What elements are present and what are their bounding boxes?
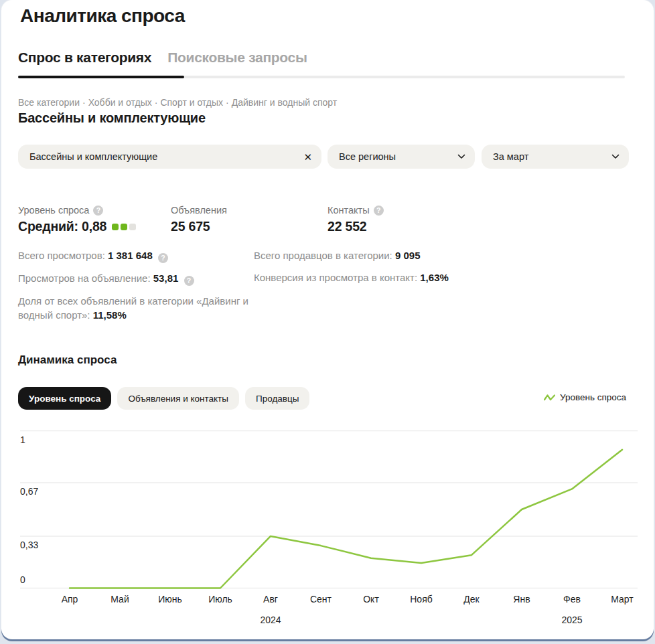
chart-heading: Динамика спроса [18,353,117,367]
detail-total-sellers: Всего продавцов в категории: 9 095 [254,248,636,262]
y-axis-tick: 0,67 [20,486,38,497]
y-axis-tick: 0,33 [20,540,38,550]
x-axis-tick: Июль [208,594,232,605]
detail-views-per-ad: Просмотров на объявление: 53,81 ? [18,271,257,286]
demand-line-series[interactable] [70,450,622,588]
x-axis-tick: Фев [563,594,581,605]
demand-dynamics-chart[interactable]: 00,330,671АпрМайИюньИюльАвгСентОктНоябДе… [1,425,654,636]
page-title: Аналитика спроса [20,5,185,27]
breadcrumb-hobby[interactable]: Хобби и отдых [88,97,152,108]
help-icon[interactable]: ? [93,206,103,216]
tab-search-queries[interactable]: Поисковые запросы [167,50,307,66]
x-axis-tick: Сент [310,594,332,605]
demand-dot [129,224,136,230]
kpi-demand-level: Уровень спроса ? Средний: 0,88 [18,204,136,234]
x-axis-year-label: 2025 [561,615,582,625]
active-tab-indicator [18,76,184,78]
chevron-down-icon [457,154,465,159]
chevron-down-icon [611,154,620,159]
x-axis-tick: Март [611,594,634,605]
kpi-ads-value: 25 675 [171,219,210,234]
analytics-card: Аналитика спроса Спрос в категориях Поис… [1,0,654,639]
details-left-column: Всего просмотров: 1 381 648 ? Просмотров… [18,248,257,330]
help-icon[interactable]: ? [184,276,194,286]
breadcrumb-all-categories[interactable]: Все категории [18,97,80,108]
x-axis-tick: Янв [513,594,530,605]
category-search-input[interactable] [29,151,298,162]
tab-bar: Спрос в категориях Поисковые запросы [18,50,307,66]
pill-ads-and-contacts[interactable]: Объявления и контакты [117,387,239,410]
breadcrumb-diving[interactable]: Дайвинг и водный спорт [232,97,337,108]
x-axis-tick: Дек [463,594,480,605]
period-select-value: За март [493,151,528,162]
kpi-contacts: Контакты ? 22 552 [328,204,384,234]
x-axis-tick: Авг [263,594,278,605]
region-select[interactable]: Все регионы [328,145,475,169]
tab-underline [18,76,625,78]
category-title: Бассейны и комплектующие [18,110,206,126]
x-axis-tick: Апр [62,594,78,605]
breadcrumb: Все категории·Хобби и отдых·Спорт и отды… [18,97,337,108]
tab-demand-in-categories[interactable]: Спрос в категориях [18,50,151,66]
kpi-contacts-value: 22 552 [328,219,366,234]
help-icon[interactable]: ? [158,253,168,263]
details-right-column: Всего продавцов в категории: 9 095 Конве… [254,248,636,293]
breadcrumb-separator: · [226,97,229,108]
period-select[interactable]: За март [482,145,629,169]
detail-total-views: Всего просмотров: 1 381 648 ? [18,248,257,263]
x-axis-tick: Июнь [158,594,182,605]
breadcrumb-separator: · [155,97,158,108]
y-axis-tick: 0 [20,574,25,585]
x-axis-tick: Окт [363,594,379,605]
chart-legend: Уровень спроса [544,392,626,402]
x-axis-tick: Май [111,594,129,605]
kpi-ads-label: Объявления [171,204,227,216]
help-icon[interactable]: ? [374,206,384,216]
demand-level-indicator [112,224,136,230]
kpi-demand-value: Средний: 0,88 [18,219,106,234]
demand-dot [121,224,127,230]
category-search-field[interactable]: ✕ [18,145,321,169]
legend-label: Уровень спроса [560,392,626,402]
y-axis-tick: 1 [20,434,25,445]
region-select-value: Все регионы [339,151,396,162]
kpi-ads: Объявления 25 675 [171,204,227,234]
demand-dot [112,224,119,230]
detail-conversion: Конверсия из просмотра в контакт: 1,63% [254,270,636,285]
x-axis-year-label: 2024 [260,615,281,625]
kpi-demand-label: Уровень спроса [18,204,89,216]
chart-series-switcher: Уровень спроса Объявления и контакты Про… [18,387,309,410]
detail-share-of-ads: Доля от всех объявлений в категории «Дай… [18,294,257,322]
legend-line-icon [544,393,555,402]
pill-demand-level[interactable]: Уровень спроса [18,387,111,410]
clear-search-icon[interactable]: ✕ [298,152,312,162]
breadcrumb-sport[interactable]: Спорт и отдых [160,97,223,108]
breadcrumb-separator: · [82,97,86,108]
pill-sellers[interactable]: Продавцы [245,387,309,410]
x-axis-tick: Нояб [410,594,433,605]
kpi-contacts-label: Контакты [328,204,370,216]
